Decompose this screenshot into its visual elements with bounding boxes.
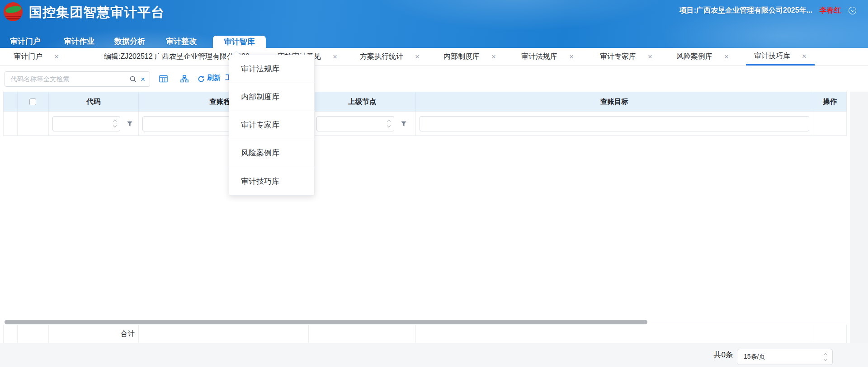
document-tabbar: 审计门户 × 编辑:ZJ202512 广西农垦企业管理有限公司20 × 审核审计… — [0, 48, 868, 66]
company-logo-icon — [4, 2, 23, 21]
nav-item-audit-portal[interactable]: 审计门户 — [10, 36, 41, 47]
menu-item-audit-skills-library[interactable]: 审计技巧库 — [229, 167, 314, 195]
select-all-checkbox[interactable] — [29, 98, 36, 105]
select-caret-icon — [824, 354, 827, 360]
parent-node-filter-select[interactable] — [316, 116, 394, 131]
target-filter-input[interactable] — [420, 116, 809, 131]
bottom-spacer — [0, 367, 868, 379]
select-caret-icon — [113, 120, 116, 127]
close-icon[interactable]: × — [802, 52, 807, 60]
search-icon[interactable] — [130, 76, 137, 83]
row-index-header — [4, 92, 18, 111]
nav-item-data-analysis[interactable]: 数据分析 — [114, 36, 145, 47]
org-chart-view-icon[interactable] — [180, 75, 189, 83]
code-filter-select[interactable] — [52, 116, 120, 131]
close-icon[interactable]: × — [333, 53, 337, 61]
close-icon[interactable]: × — [415, 53, 420, 61]
pagination-bar: 共0条 15条/页 — [0, 343, 868, 367]
col-header-parent: 上级节点 — [309, 92, 416, 111]
refresh-button[interactable]: 刷新 — [207, 74, 221, 82]
menu-item-risk-cases-library[interactable]: 风险案例库 — [229, 139, 314, 167]
col-header-actions: 操作 — [813, 92, 846, 111]
project-label: 项目:广西农垦企业管理有限公司2025年... — [679, 6, 812, 15]
select-caret-icon — [387, 120, 390, 127]
tab-audit-regulations-library[interactable]: 审计法规库 × — [521, 48, 574, 66]
page-size-select[interactable]: 15条/页 — [737, 349, 833, 365]
scroll-gutter — [850, 92, 868, 343]
toolbar: × 刷新 工具 — [0, 66, 868, 92]
nav-item-audit-rectification[interactable]: 审计整改 — [166, 36, 197, 47]
col-header-target: 查账目标 — [416, 92, 813, 111]
nav-item-audit-work[interactable]: 审计作业 — [64, 36, 94, 47]
app-header: 国控集团智慧审计平台 项目:广西农垦企业管理有限公司2025年... 李春红 审… — [0, 0, 868, 48]
table-summary-row: 合计 — [3, 325, 847, 343]
tab-internal-system-library[interactable]: 内部制度库 × — [443, 48, 496, 66]
tab-plan-execution-stats[interactable]: 方案执行统计 × — [360, 48, 420, 66]
menu-item-audit-regulations-library[interactable]: 审计法规库 — [229, 55, 314, 83]
search-input[interactable] — [5, 75, 130, 83]
user-name[interactable]: 李春红 — [820, 6, 841, 15]
table-header-row: 代码 查账程序 上级节点 查账目标 操作 — [3, 92, 847, 112]
app-title: 国控集团智慧审计平台 — [29, 4, 165, 22]
tab-audit-portal[interactable]: 审计门户 × — [14, 48, 59, 66]
code-filter-funnel-icon[interactable] — [127, 121, 133, 127]
chevron-down-circle-icon[interactable] — [849, 7, 856, 14]
close-icon[interactable]: × — [569, 53, 574, 61]
fulltext-search-box[interactable]: × — [5, 71, 150, 87]
select-all-header — [18, 92, 49, 111]
clear-search-icon[interactable]: × — [141, 75, 145, 83]
menu-item-audit-experts-library[interactable]: 审计专家库 — [229, 111, 314, 139]
tab-audit-experts-library[interactable]: 审计专家库 × — [600, 48, 652, 66]
audit-knowledge-dropdown-menu: 审计法规库 内部制度库 审计专家库 风险案例库 审计技巧库 — [229, 55, 315, 196]
summary-total-label: 合计 — [49, 329, 138, 339]
close-icon[interactable]: × — [724, 53, 729, 61]
menu-item-internal-system-library[interactable]: 内部制度库 — [229, 83, 314, 111]
total-count-label: 共0条 — [714, 350, 733, 360]
table-view-icon[interactable] — [159, 75, 168, 83]
close-icon[interactable]: × — [491, 53, 496, 61]
table-filter-row — [3, 112, 847, 136]
horizontal-scrollbar-thumb[interactable] — [5, 320, 647, 324]
tab-risk-cases-library[interactable]: 风险案例库 × — [676, 48, 729, 66]
refresh-icon[interactable] — [198, 75, 205, 83]
close-icon[interactable]: × — [54, 53, 59, 61]
close-icon[interactable]: × — [648, 53, 652, 61]
parent-node-filter-funnel-icon[interactable] — [401, 121, 407, 127]
data-grid: 代码 查账程序 上级节点 查账目标 操作 — [0, 92, 868, 343]
tab-audit-skills-library[interactable]: 审计技巧库 × — [746, 48, 815, 66]
nav-item-audit-knowledge[interactable]: 审计智库 — [213, 36, 266, 48]
col-header-code: 代码 — [49, 92, 139, 111]
